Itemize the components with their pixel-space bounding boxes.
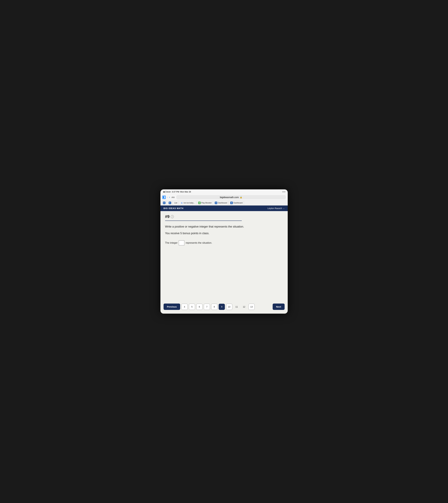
svg-rect-1 (164, 196, 165, 198)
next-button[interactable]: Next (273, 303, 285, 310)
bookmark-blooket[interactable]: B Play Blooket (197, 201, 213, 205)
user-name: Leyton Rausch (268, 207, 282, 210)
bookmark-dashboard-1[interactable]: B Dashboard (213, 201, 228, 205)
status-left: ◀ Clever 3:37 PM Mon Mar 28 (163, 191, 191, 193)
page-9[interactable]: 9 (219, 304, 225, 310)
page-6[interactable]: 6 (196, 304, 203, 310)
bookmark-list[interactable]: List (173, 201, 179, 204)
previous-button[interactable]: Previous (163, 303, 180, 310)
bookmark-google[interactable]: G ice ice baby... (179, 201, 196, 205)
question-instruction: Write a positive or negative integer tha… (165, 225, 283, 229)
bk-label-dash2: Dashboard (233, 202, 242, 204)
page-10[interactable]: 10 (226, 304, 232, 310)
url-bar[interactable]: bigideasmath.com 🔒 (176, 195, 286, 199)
sidebar-icon[interactable] (162, 196, 166, 199)
bk-label-google: ice ice baby... (184, 202, 195, 204)
question-number: #9 (165, 214, 170, 219)
page-4[interactable]: 4 (181, 304, 188, 310)
nav-footer: Previous 4 5 6 7 8 9 10 11 12 13 Next (160, 301, 288, 314)
bk-label-blooket: Play Blooket (201, 202, 212, 204)
back-arrow[interactable]: ‹ (167, 196, 168, 199)
status-bar: ◀ Clever 3:37 PM Mon Mar 28 (160, 189, 288, 194)
bookmarks-bar: B B List G ice ice baby... B Play Blooke… (160, 200, 288, 205)
status-dots (282, 191, 285, 192)
page-7[interactable]: 7 (204, 304, 210, 310)
bookmark-1[interactable]: B (162, 201, 167, 205)
browser-bar: ‹ › AA bigideasmath.com 🔒 (160, 194, 288, 200)
dot-2 (284, 191, 284, 192)
url-text: bigideasmath.com (220, 196, 239, 199)
answer-input[interactable] (179, 240, 184, 245)
page-5[interactable]: 5 (189, 304, 195, 310)
answer-prefix: The integer (165, 241, 178, 244)
info-icon[interactable]: i (171, 215, 174, 218)
answer-suffix: represents the situation. (186, 241, 212, 244)
bk-icon-dash1: B (215, 202, 217, 204)
date-label: Mon Mar 28 (180, 191, 191, 193)
question-header: #9 i (165, 214, 283, 219)
bk-label-list: List (175, 202, 177, 204)
answer-row: The integer represents the situation. (165, 240, 283, 245)
question-scenario: You receive 5 bonus points in class. (165, 231, 283, 236)
bk-icon-1: B (163, 202, 165, 204)
header-divider (165, 220, 242, 221)
bk-icon-2: B (169, 202, 171, 204)
dot-1 (282, 191, 283, 192)
app-header: BIG IDEAS MATH Leyton Rausch ⌄ (160, 205, 288, 211)
device-frame: ◀ Clever 3:37 PM Mon Mar 28 ‹ › AA bigid… (160, 189, 288, 314)
page-8[interactable]: 8 (211, 304, 217, 310)
bk-icon-dash2: B (230, 202, 233, 204)
lock-icon: 🔒 (240, 196, 242, 198)
bookmark-2[interactable]: B (167, 201, 173, 205)
bk-icon-google: G (180, 202, 183, 204)
aa-button[interactable]: AA (172, 196, 175, 199)
app-title: BIG IDEAS MATH (163, 207, 184, 210)
page-12[interactable]: 12 (241, 304, 247, 310)
bookmark-dashboard-2[interactable]: B Dashboard (229, 201, 244, 205)
user-menu[interactable]: Leyton Rausch ⌄ (268, 207, 285, 210)
chevron-down-icon: ⌄ (283, 207, 285, 209)
carrier-label: ◀ Clever (163, 191, 171, 193)
forward-arrow[interactable]: › (169, 196, 170, 199)
bk-label-dash1: Dashboard (218, 202, 227, 204)
dot-3 (285, 191, 285, 192)
page-11[interactable]: 11 (234, 304, 240, 310)
page-13[interactable]: 13 (248, 304, 255, 310)
browser-controls: ‹ › (162, 196, 170, 199)
bk-icon-blooket: B (198, 202, 201, 204)
content-area: #9 i Write a positive or negative intege… (160, 211, 288, 301)
svg-rect-0 (163, 196, 164, 198)
time-label: 3:37 PM (172, 191, 179, 193)
